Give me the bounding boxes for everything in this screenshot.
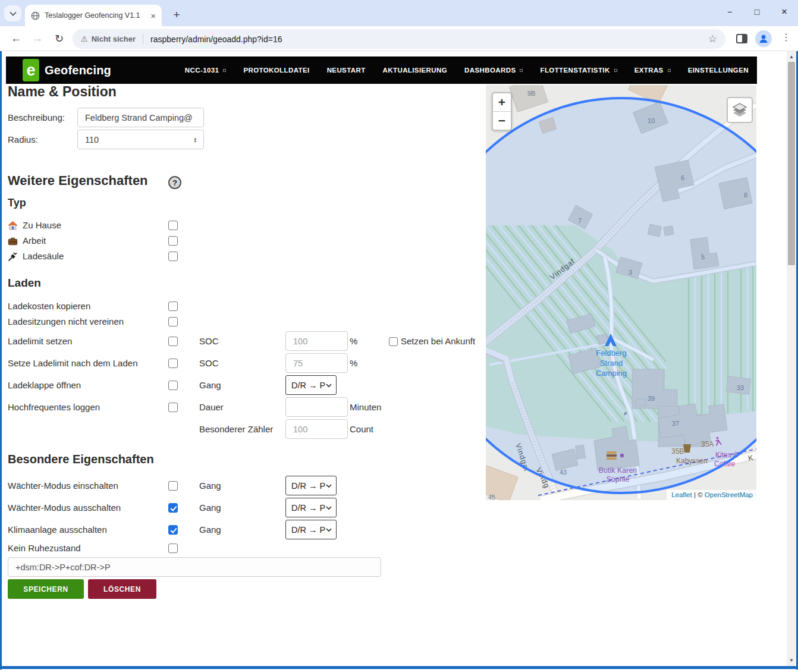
save-button[interactable]: SPEICHERN (8, 579, 84, 599)
section-heading-name-position: Name & Position (8, 84, 117, 100)
leaflet-link[interactable]: Leaflet (671, 491, 692, 498)
gang-select[interactable]: D/R → P (285, 498, 337, 517)
brand-title[interactable]: Geofencing (45, 64, 111, 77)
map-layers-control[interactable] (727, 97, 753, 123)
security-label[interactable]: Nicht sicher (92, 34, 136, 43)
help-icon[interactable]: ? (168, 176, 181, 189)
home-icon (8, 221, 18, 233)
osm-link[interactable]: OpenStreetMap (705, 491, 753, 498)
klimaanlage-checkbox[interactable] (168, 525, 178, 535)
scroll-down-icon[interactable]: ▼ (787, 658, 796, 663)
ladelimit-checkbox[interactable] (168, 337, 178, 346)
dropdown-indicator-icon (223, 69, 226, 72)
ladesitzungen-label: Ladesitzungen nicht vereinen (8, 316, 124, 326)
zoom-out-button[interactable]: − (493, 112, 511, 130)
typ-arbeit-checkbox[interactable] (168, 236, 178, 246)
typ-zu-hause-checkbox[interactable] (168, 221, 178, 230)
chevron-down-icon (326, 484, 332, 488)
waechter-aus-checkbox[interactable] (168, 503, 178, 513)
typ-zu-hause-label: Zu Hause (23, 220, 61, 230)
hochfrequent-label: Hochfrequentes loggen (8, 402, 100, 412)
radius-label: Radius: (8, 134, 38, 145)
back-icon[interactable]: ← (11, 32, 21, 45)
nav-item-ncc-1031[interactable]: NCC-1031 (185, 67, 227, 74)
nav-item-flottenstatistik[interactable]: FLOTTENSTATISTIK (540, 67, 617, 74)
zaehler-input[interactable]: 100 (285, 419, 348, 439)
leaflet-map[interactable]: 9B 10 7 6 8 3 5 33 39 37 43 45 Vindgaf V… (486, 85, 756, 500)
vertical-scrollbar[interactable]: ▲ ▼ (787, 51, 796, 666)
url-text[interactable]: raspberry/admin/geoadd.php?id=16 (150, 34, 708, 44)
ankunft-checkbox[interactable] (389, 337, 398, 346)
nav-menu: NCC-1031 PROTOKOLLDATEI NEUSTART AKTUALI… (185, 67, 749, 74)
hochfrequent-checkbox[interactable] (168, 403, 178, 412)
url-bar[interactable]: ⚠ Nicht sicher raspberry/admin/geoadd.ph… (73, 29, 725, 49)
typ-ladesaeule-checkbox[interactable] (168, 252, 178, 261)
percent-label: % (350, 336, 357, 346)
forward-icon[interactable]: → (32, 32, 43, 45)
soc2-input[interactable]: 75 (285, 353, 348, 373)
gang-label: Gang (199, 481, 221, 491)
nav-item-protokolldatei[interactable]: PROTOKOLLDATEI (243, 67, 309, 74)
chevron-down-icon (326, 528, 332, 532)
browser-tab[interactable]: Teslalogger Geofencing V1.1 × (25, 5, 162, 26)
gang-select[interactable]: D/R → P (285, 476, 337, 495)
browser-menu-icon[interactable]: ⋮ (781, 32, 791, 43)
nav-item-aktualisierung[interactable]: AKTUALISIERUNG (383, 67, 447, 74)
chevron-down-icon (326, 506, 332, 510)
dauer-input[interactable] (285, 397, 348, 417)
map-zoom-control: + − (492, 92, 512, 131)
omnibox-divider (143, 34, 143, 44)
scroll-up-icon[interactable]: ▲ (787, 54, 796, 59)
reload-icon[interactable]: ↻ (55, 32, 64, 45)
radius-input[interactable]: 110 ▴▾ (77, 130, 204, 149)
typ-ladesaeule-label: Ladesäule (23, 251, 64, 261)
soc-input[interactable]: 100 (285, 331, 348, 351)
ladekosten-checkbox[interactable] (168, 302, 178, 311)
svg-text:9B: 9B (527, 90, 535, 97)
delete-button[interactable]: LÖSCHEN (88, 579, 156, 599)
window-border-left (0, 51, 2, 670)
soc2-label: SOC (199, 358, 219, 368)
section-heading-besondere: Besondere Eigenschaften (8, 453, 154, 466)
window-close-button[interactable]: × (771, 0, 798, 24)
tab-close-icon[interactable]: × (150, 11, 156, 20)
klimaanlage-label: Klimaanlage ausschalten (8, 525, 107, 535)
subheading-laden: Laden (8, 277, 41, 290)
new-tab-button[interactable]: + (169, 7, 184, 23)
ladeklappe-checkbox[interactable] (168, 381, 178, 390)
setze-ladelimit-checkbox[interactable] (168, 359, 178, 368)
person-icon (758, 33, 769, 44)
gang-select[interactable]: D/R → P (285, 520, 337, 539)
tab-title: Teslalogger Geofencing V1.1 (45, 11, 146, 20)
kein-ruhezustand-checkbox[interactable] (168, 544, 178, 553)
dauer-label: Dauer (199, 402, 224, 412)
zoom-in-button[interactable]: + (493, 93, 511, 111)
profile-avatar[interactable] (755, 30, 772, 47)
nav-item-neustart[interactable]: NEUSTART (327, 67, 366, 74)
percent2-label: % (350, 358, 357, 368)
beschreibung-input[interactable]: Feldberg Strand Camping@ (77, 108, 204, 127)
tab-search-button[interactable] (4, 5, 21, 21)
ladesitzungen-checkbox[interactable] (168, 317, 178, 326)
bookmark-star-icon[interactable]: ☆ (708, 33, 717, 45)
side-panel-icon[interactable] (736, 34, 747, 43)
gang-label: Gang (199, 503, 221, 513)
geofencing-logo[interactable]: e (23, 59, 39, 81)
nav-item-einstellungen[interactable]: EINSTELLUNGEN (688, 67, 749, 74)
map-canvas: 9B 10 7 6 8 3 5 33 39 37 43 45 Vindgaf V… (486, 85, 756, 500)
window-maximize-button[interactable]: □ (743, 0, 771, 24)
beschreibung-label: Beschreibung: (8, 112, 65, 123)
window-minimize-button[interactable]: − (716, 0, 743, 24)
nav-item-extras[interactable]: EXTRAS (634, 67, 671, 74)
scrollbar-thumb[interactable] (788, 62, 795, 265)
ladelimit-label: Ladelimit setzen (8, 336, 72, 346)
app-navbar: e Geofencing NCC-1031 PROTOKOLLDATEI NEU… (6, 56, 757, 84)
nav-item-dashboards[interactable]: DASHBOARDS (464, 67, 523, 74)
special-flags-input[interactable]: +dsm:DR->P+cof:DR->P (8, 557, 381, 577)
count-label: Count (350, 424, 373, 434)
waechter-ein-label: Wächter-Modus einschalten (8, 481, 118, 491)
number-spinner[interactable]: ▴▾ (194, 137, 196, 143)
waechter-ein-checkbox[interactable] (168, 481, 178, 491)
gang-select[interactable]: D/R → P (285, 375, 337, 395)
svg-text:45: 45 (488, 494, 495, 500)
